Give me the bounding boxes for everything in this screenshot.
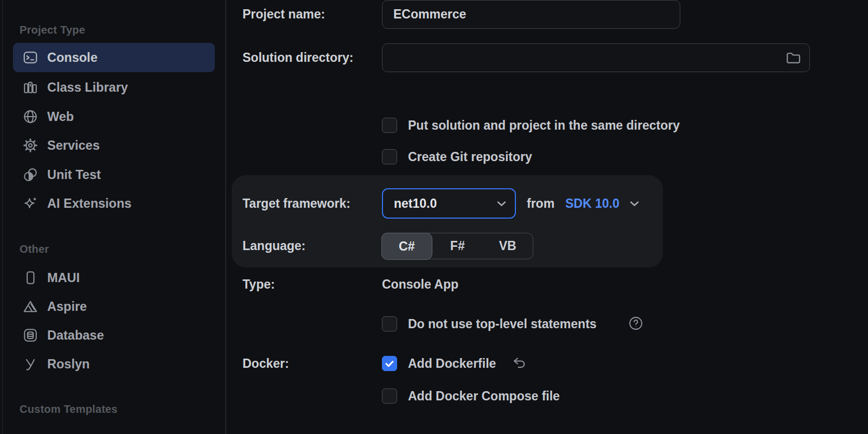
sidebar-item-label: AI Extensions [47, 196, 131, 211]
project-name-value: ECommerce [393, 7, 466, 21]
sidebar-item-console[interactable]: Console [13, 43, 215, 72]
project-name-label: Project name: [242, 7, 325, 22]
sidebar-item-services[interactable]: Services [13, 131, 215, 160]
language-option-csharp[interactable]: C# [381, 233, 433, 260]
same-directory-label: Put solution and project in the same dir… [408, 118, 680, 133]
sidebar-item-database[interactable]: Database [13, 321, 215, 350]
solution-directory-input[interactable] [382, 43, 810, 72]
target-framework-select[interactable]: net10.0 [382, 188, 516, 219]
same-directory-checkbox[interactable] [382, 118, 397, 133]
sidebar-item-label: Services [47, 138, 100, 153]
add-docker-compose-checkbox[interactable] [382, 388, 397, 404]
gear-icon [23, 138, 38, 153]
target-framework-value: net10.0 [383, 196, 497, 211]
globe-icon [23, 109, 38, 124]
target-framework-label: Target framework: [242, 196, 350, 211]
sidebar-item-label: Web [47, 110, 74, 124]
sidebar-item-ai-extensions[interactable]: AI Extensions [13, 189, 215, 218]
project-name-input[interactable]: ECommerce [382, 0, 680, 29]
chevron-down-icon [497, 201, 515, 207]
phone-icon [23, 270, 38, 285]
sdk-version-link[interactable]: SDK 10.0 [565, 196, 620, 211]
solution-directory-label: Solution directory: [242, 50, 353, 65]
undo-icon[interactable] [512, 355, 527, 371]
aspire-triangle-icon [23, 299, 38, 314]
test-circles-icon [23, 167, 38, 182]
books-icon [23, 80, 38, 95]
sidebar-item-label: Aspire [47, 299, 87, 314]
language-segmented-control: C# F# VB [381, 233, 533, 259]
sparkle-icon [23, 196, 38, 211]
roslyn-icon [23, 356, 38, 372]
docker-label: Docker: [242, 356, 289, 371]
sidebar-item-roslyn[interactable]: Roslyn [13, 349, 215, 379]
sidebar-section-header-custom-templates: Custom Templates [20, 402, 118, 416]
language-label: Language: [242, 238, 305, 253]
sidebar-item-label: Unit Test [47, 168, 101, 182]
sidebar-item-aspire[interactable]: Aspire [13, 292, 215, 321]
top-level-statements-label: Do not use top-level statements [408, 316, 597, 331]
sidebar-item-label: Console [47, 50, 98, 65]
sidebar-item-unit-test[interactable]: Unit Test [13, 160, 215, 189]
terminal-icon [23, 50, 38, 65]
add-docker-compose-label: Add Docker Compose file [408, 388, 560, 404]
language-option-vb[interactable]: VB [483, 233, 533, 259]
sidebar-section-header-other: Other [20, 242, 49, 256]
top-level-statements-checkbox[interactable] [382, 316, 397, 331]
from-label: from [527, 196, 554, 211]
git-repository-checkbox[interactable] [382, 149, 397, 164]
add-dockerfile-checkbox[interactable] [382, 356, 397, 371]
chevron-down-icon[interactable] [630, 201, 639, 207]
sidebar-item-web[interactable]: Web [13, 102, 215, 131]
sidebar-item-label: Roslyn [47, 357, 90, 372]
sidebar-item-label: Class Library [47, 80, 128, 95]
checkmark-icon [384, 358, 395, 369]
sidebar-section-header-project-type: Project Type [20, 23, 85, 37]
sidebar-divider [225, 0, 226, 434]
database-icon [23, 328, 38, 343]
help-icon[interactable] [628, 316, 643, 331]
sidebar-item-azure-function[interactable]: Azure Function [13, 428, 215, 434]
window-edge-line [2, 0, 3, 434]
type-value: Console App [382, 277, 458, 292]
sidebar-item-maui[interactable]: MAUI [13, 263, 215, 292]
sidebar-item-label: Database [47, 328, 104, 343]
git-repository-label: Create Git repository [408, 149, 532, 164]
project-type-sidebar: Project Type Console Class Library Web S… [0, 0, 225, 434]
language-option-fsharp[interactable]: F# [432, 233, 483, 259]
sidebar-item-class-library[interactable]: Class Library [13, 73, 215, 102]
sidebar-item-label: MAUI [47, 271, 80, 285]
add-dockerfile-label: Add Dockerfile [408, 356, 496, 371]
folder-icon[interactable] [786, 50, 801, 65]
type-label: Type: [242, 277, 275, 292]
